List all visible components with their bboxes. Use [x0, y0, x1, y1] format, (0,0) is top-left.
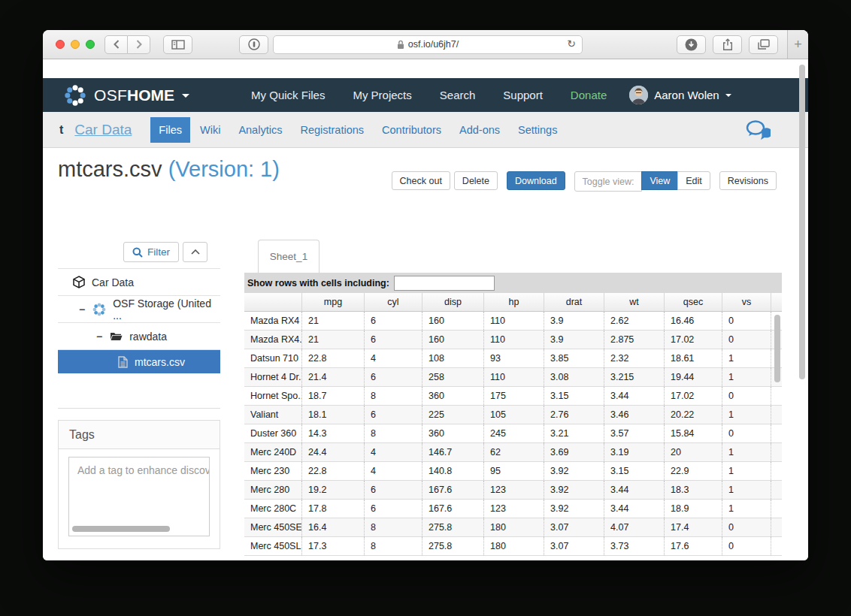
revisions-button[interactable]: Revisions — [719, 171, 777, 190]
data-cell: 1 — [722, 462, 771, 480]
table-row[interactable]: Merc 240D24.44146.7623.693.19201 — [244, 443, 782, 462]
table-row[interactable]: Merc 28019.26167.61233.923.4418.31 — [244, 481, 782, 500]
data-cell: 6 — [365, 481, 422, 499]
project-toggle-icon[interactable]: t — [59, 123, 63, 137]
user-menu[interactable]: Aaron Wolen — [629, 86, 731, 104]
data-cell: 22.8 — [302, 349, 365, 367]
data-cell: 160 — [422, 331, 484, 349]
column-header[interactable]: hp — [484, 293, 544, 311]
table-filter-input[interactable] — [394, 276, 495, 291]
column-header[interactable]: vs — [722, 293, 771, 311]
tree-item-rawdata[interactable]: − rawdata — [58, 322, 220, 349]
check-out-button[interactable]: Check out — [392, 171, 450, 190]
data-table-body: Mazda RX42161601103.92.6216.460Mazda RX4… — [244, 312, 782, 556]
table-row[interactable]: Hornet Spo...18.783601753.153.4417.020 — [244, 387, 782, 406]
column-header[interactable]: qsec — [665, 293, 722, 311]
data-cell: 258 — [422, 368, 484, 386]
table-row[interactable]: Datsun 71022.84108933.852.3218.611 — [244, 349, 782, 368]
column-header[interactable]: drat — [544, 293, 604, 311]
downloads-button[interactable] — [677, 35, 706, 54]
tab-registrations[interactable]: Registrations — [292, 117, 372, 143]
nav-search[interactable]: Search — [440, 89, 476, 101]
tag-input[interactable]: Add a tag to enhance discoverability — [68, 457, 210, 536]
nav-my-projects[interactable]: My Projects — [353, 89, 411, 101]
sidebar-toggle-button[interactable] — [163, 35, 192, 54]
column-header[interactable]: mpg — [302, 293, 365, 311]
page-scrollbar[interactable] — [799, 65, 805, 379]
new-tab-button[interactable]: + — [787, 30, 808, 59]
edit-button[interactable]: Edit — [677, 171, 710, 190]
data-cell: 24.4 — [302, 443, 365, 461]
file-actions: Check out Delete Download Toggle view: V… — [388, 171, 777, 192]
tree-item-osf-storage[interactable]: − OSF Storage (United ... — [58, 295, 220, 322]
tab-wiki[interactable]: Wiki — [192, 117, 229, 143]
column-header[interactable]: cyl — [365, 293, 422, 311]
row-name-cell: Mazda RX4 — [244, 312, 302, 330]
address-bar[interactable]: osf.io/u6jh7/ ↻ — [273, 35, 583, 54]
tab-addons[interactable]: Add-ons — [451, 117, 508, 143]
row-name-cell: Mazda RX4... — [244, 331, 302, 349]
data-cell: 0 — [722, 537, 771, 555]
tree-item-mtcars-selected[interactable]: mtcars.csv — [58, 349, 220, 373]
reload-icon[interactable]: ↻ — [567, 38, 576, 50]
tab-overview-button[interactable] — [749, 35, 778, 54]
table-filter-label: Show rows with cells including: — [247, 278, 389, 288]
column-header[interactable]: disp — [422, 293, 484, 311]
forward-button[interactable] — [128, 35, 150, 54]
collapse-toggle[interactable]: − — [79, 303, 85, 316]
tree-item-project[interactable]: Car Data — [58, 268, 220, 295]
table-row[interactable]: Mazda RX42161601103.92.6216.460 — [244, 312, 782, 331]
collapse-panel-button[interactable] — [183, 242, 207, 262]
project-name-link[interactable]: Car Data — [74, 122, 132, 138]
extension-button[interactable] — [239, 35, 268, 54]
table-row[interactable]: Merc 450SL17.38275.81803.073.7317.60 — [244, 537, 782, 556]
comments-button[interactable] — [745, 119, 771, 140]
download-button[interactable]: Download — [507, 171, 565, 190]
table-row[interactable]: Merc 280C17.86167.61233.923.4418.91 — [244, 500, 782, 518]
tab-files[interactable]: Files — [150, 117, 190, 143]
chevron-up-icon — [191, 249, 200, 255]
table-row[interactable]: Valiant18.162251052.763.4620.221 — [244, 406, 782, 424]
table-row[interactable]: Hornet 4 Dr...21.462581103.083.21519.441 — [244, 368, 782, 387]
data-cell: 2.62 — [604, 312, 665, 330]
plus-icon: + — [794, 37, 802, 53]
horizontal-scrollbar[interactable] — [72, 526, 170, 532]
table-scrollbar[interactable] — [774, 315, 780, 382]
close-button[interactable] — [56, 40, 65, 49]
column-header[interactable]: wt — [604, 293, 665, 311]
minimize-button[interactable] — [71, 40, 80, 49]
data-cell: 275.8 — [422, 537, 484, 555]
data-cell: 140.8 — [422, 462, 484, 480]
table-row[interactable]: Merc 450SE16.48275.81803.074.0717.40 — [244, 518, 782, 537]
data-cell: 1 — [722, 349, 771, 367]
page-content: mtcars.csv (Version: 1) Check out Delete… — [43, 148, 808, 560]
data-cell: 2.875 — [604, 331, 665, 349]
osf-home-menu[interactable]: OSFHOME — [64, 84, 189, 107]
nav-support[interactable]: Support — [503, 89, 543, 101]
data-cell: 21 — [302, 331, 365, 349]
data-cell: 4 — [365, 462, 422, 480]
table-row[interactable]: Duster 36014.383602453.213.5715.840 — [244, 424, 782, 443]
filter-button[interactable]: Filter — [123, 242, 179, 262]
collapse-toggle[interactable]: − — [96, 331, 102, 343]
share-button[interactable] — [713, 35, 742, 54]
data-cell: 8 — [365, 518, 422, 536]
zoom-button[interactable] — [86, 40, 95, 49]
nav-my-quick-files[interactable]: My Quick Files — [251, 89, 325, 101]
table-row[interactable]: Merc 23022.84140.8953.923.1522.91 — [244, 462, 782, 481]
tab-contributors[interactable]: Contributors — [374, 117, 450, 143]
data-cell: 167.6 — [422, 500, 484, 518]
tab-settings[interactable]: Settings — [510, 117, 565, 143]
data-cell: 14.3 — [302, 424, 365, 442]
column-header[interactable] — [244, 293, 302, 311]
sheet-tab[interactable]: Sheet_1 — [258, 240, 320, 273]
data-cell: 0 — [722, 312, 771, 330]
data-cell: 22.9 — [665, 462, 722, 480]
back-button[interactable] — [104, 35, 128, 54]
view-button[interactable]: View — [641, 171, 678, 190]
data-cell: 20 — [665, 443, 722, 461]
tab-analytics[interactable]: Analytics — [230, 117, 290, 143]
delete-button[interactable]: Delete — [454, 171, 498, 190]
table-row[interactable]: Mazda RX4...2161601103.92.87517.020 — [244, 331, 782, 349]
nav-donate[interactable]: Donate — [571, 89, 607, 101]
